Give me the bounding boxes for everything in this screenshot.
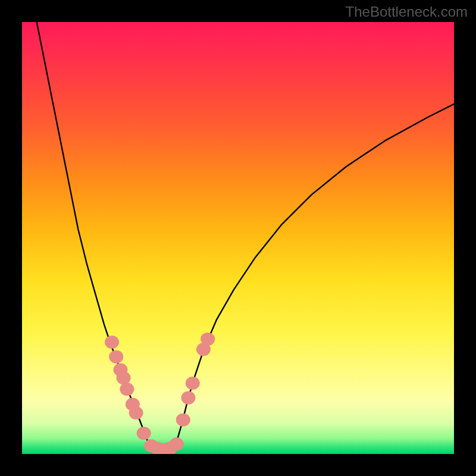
curve-marker <box>170 437 184 450</box>
curve-marker <box>129 406 143 419</box>
curve-marker <box>181 392 196 405</box>
curve-marker <box>186 377 200 390</box>
curve-marker <box>201 333 215 346</box>
watermark-text: TheBottleneck.com <box>346 4 468 20</box>
bottleneck-curve-svg <box>22 22 454 454</box>
plot-area <box>22 22 454 454</box>
curve-marker <box>137 427 151 440</box>
bottleneck-curve <box>35 22 454 450</box>
curve-marker <box>105 336 119 349</box>
curve-marker <box>109 350 123 364</box>
curve-marker <box>176 414 190 427</box>
curve-marker <box>117 371 131 384</box>
curve-marker <box>120 383 134 396</box>
